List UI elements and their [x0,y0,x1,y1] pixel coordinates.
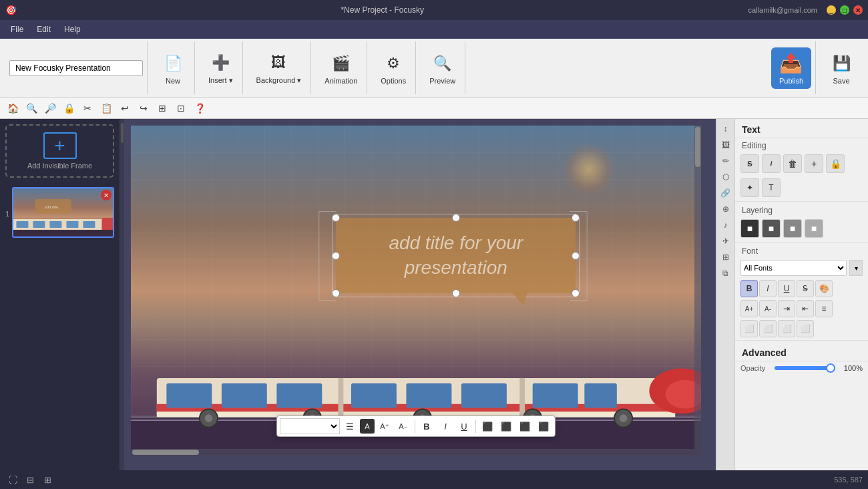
title-text-box[interactable]: add title for your presentation [336,218,576,293]
align-center-btn[interactable]: ⬜ [759,320,777,337]
zoom-in-btn[interactable]: 🔍 [23,100,40,117]
handle-bm[interactable] [452,289,460,297]
menu-help[interactable]: Help [59,23,86,36]
ris-music-btn[interactable]: ♪ [718,218,733,232]
presentation-canvas[interactable]: add title for your presentation ☰ [131,126,701,456]
save-button[interactable]: 💾 Save [824,49,859,88]
ris-plane-btn[interactable]: ✈ [718,234,733,249]
text-type-btn[interactable]: T [762,178,781,197]
tf-bold-btn[interactable]: B [740,280,758,297]
tf-italic-btn[interactable]: I [759,280,777,297]
font-family-select[interactable] [280,418,340,434]
align-left-btn[interactable]: ⬜ [740,320,758,337]
tf-size-down-btn[interactable]: A- [759,300,777,317]
tf-color-pick-btn[interactable]: 🎨 [815,280,833,297]
align-justify-btn[interactable]: ⬜ [797,320,814,337]
font-dropdown-arrow[interactable]: ▾ [849,260,863,276]
background-button[interactable]: 🖼 Background ▾ [251,48,307,88]
fmt-align-right[interactable]: ⬛ [516,418,533,435]
add-frame-button[interactable]: + Add Invisible Frame [5,124,114,178]
italic-btn[interactable]: I [437,418,454,435]
ris-link-btn[interactable]: 🔗 [718,186,733,200]
align-right-btn[interactable]: ⬜ [778,320,795,337]
underline-btn[interactable]: U [455,418,473,435]
layer-front-btn[interactable]: ■ [740,219,759,238]
delete-btn[interactable]: 🗑 [783,154,802,173]
slide-close-1[interactable]: ✕ [101,190,112,200]
strikethrough-btn[interactable]: S [740,154,759,173]
handle-tl[interactable] [332,214,340,222]
tf-indent-less-btn[interactable]: ⇤ [797,300,814,317]
layer-backward-btn[interactable]: ■ [805,219,823,238]
ris-layers-btn[interactable]: ⧉ [718,266,733,281]
insert-button[interactable]: ➕ Insert ▾ [203,48,238,88]
font-family-dropdown[interactable]: All Fonts [740,260,847,276]
home-icon-btn[interactable]: 🏠 [4,100,21,117]
menu-edit[interactable]: Edit [31,23,56,36]
bold-btn[interactable]: B [418,418,435,435]
layout-btn[interactable]: ⊞ [40,472,55,487]
redo-btn[interactable]: ↪ [135,100,152,117]
cut-btn[interactable]: ✂ [79,100,96,117]
copy-btn[interactable]: 📋 [97,100,115,117]
undo-btn[interactable]: ↩ [116,100,134,117]
zoom-out-btn[interactable]: 🔎 [41,100,59,117]
frame-btn[interactable]: ⊡ [172,100,190,117]
canvas-scrollbar-v[interactable] [694,126,701,456]
tf-underline-btn[interactable]: U [778,280,795,297]
ris-zoom-btn[interactable]: ⊕ [718,202,733,216]
ris-layout-btn[interactable]: ⊞ [718,250,733,265]
handle-ml[interactable] [332,252,340,260]
tf-strikeout-btn[interactable]: S̶ [797,280,814,297]
subscript-btn[interactable]: A₋ [395,418,412,435]
lock-text-btn[interactable]: 🔒 [826,154,845,173]
tf-size-up-btn[interactable]: A+ [740,300,758,317]
canvas-scroll-thumb-v[interactable] [695,127,700,167]
superscript-btn[interactable]: A⁺ [376,418,393,435]
maximize-button[interactable]: □ [840,5,849,15]
clear-format-btn[interactable]: I [762,154,781,173]
expand-btn[interactable]: ⛶ [5,472,20,487]
presentation-name-input[interactable] [9,60,143,76]
title-text[interactable]: add title for your presentation [349,231,562,280]
layer-back-btn[interactable]: ■ [783,219,802,238]
fmt-align-left[interactable]: ⬛ [479,418,496,435]
close-button[interactable]: ✕ [853,5,863,15]
layer-forward-btn[interactable]: ■ [762,219,781,238]
ris-image-btn[interactable]: 🖼 [718,138,733,152]
minimize-button[interactable]: _ [827,5,836,15]
list-format-btn[interactable]: ☰ [341,418,359,435]
canvas-scrollbar-h[interactable] [131,449,694,456]
handle-tm[interactable] [452,214,460,222]
help-icon-btn[interactable]: ❓ [191,100,208,117]
ris-shape-btn[interactable]: ⬡ [718,170,733,184]
fit-btn[interactable]: ⊟ [23,472,37,487]
tf-indent-more-btn[interactable]: ⇥ [778,300,795,317]
tf-list-btn[interactable]: ≡ [815,300,833,317]
fmt-align-justify[interactable]: ⬛ [535,418,552,435]
ris-pen-btn[interactable]: ✏ [718,154,733,168]
opacity-slider[interactable] [775,366,835,370]
ris-move-btn[interactable]: ↕ [718,122,733,136]
canvas-scroll-thumb-h[interactable] [132,450,199,455]
options-button[interactable]: ⚙ Options [375,49,411,88]
preview-button[interactable]: 🔍 Preview [424,49,461,88]
fmt-align-center[interactable]: ⬛ [497,418,515,435]
lock-btn[interactable]: 🔒 [60,100,77,117]
text-color-btn[interactable]: A [360,419,375,434]
format-toolbar: ☰ A A⁺ A₋ B I U ⬛ ⬛ ⬛ ⬛ [276,416,556,437]
highlight-btn[interactable]: ✦ [740,178,759,197]
new-button[interactable]: 📄 New [156,49,190,88]
publish-button[interactable]: 📤 Publish [771,47,811,89]
grid-btn[interactable]: ⊞ [154,100,171,117]
left-scrollbar[interactable] [121,123,124,143]
right-panel: Text Editing S I 🗑 + 🔒 ✦ T Layering ■ ■ … [734,119,868,470]
canvas-area[interactable]: add title for your presentation ☰ [124,119,716,470]
opacity-thumb[interactable] [826,363,835,373]
menu-file[interactable]: File [5,23,29,36]
slide-thumb-1[interactable]: add title... ✕ [12,187,114,238]
svg-rect-3 [33,221,45,228]
handle-mr[interactable] [572,252,580,260]
add-text-btn[interactable]: + [805,154,823,173]
animation-button[interactable]: 🎬 Animation [319,49,363,88]
